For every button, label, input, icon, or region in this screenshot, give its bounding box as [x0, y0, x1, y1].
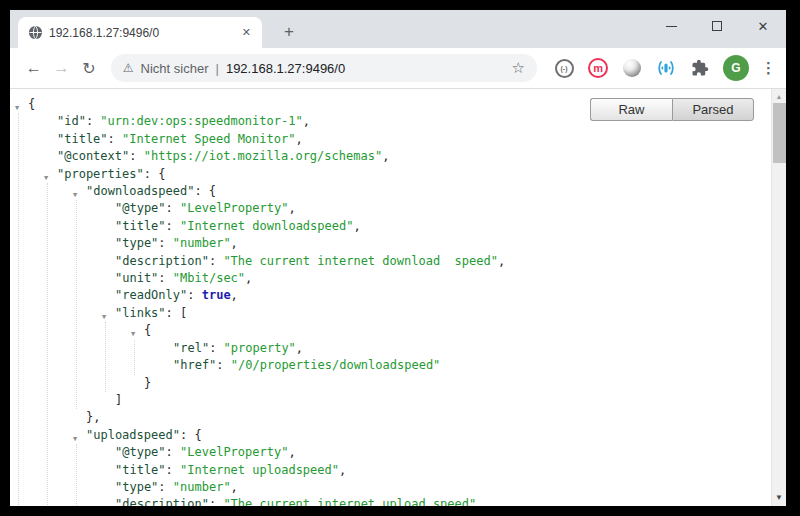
- json-entry: "title": "Internet Speed Monitor",: [57, 131, 771, 148]
- json-string-value: "property": [224, 341, 296, 355]
- json-key: "readOnly": [115, 288, 187, 302]
- json-comma: ,: [339, 463, 346, 477]
- json-entry: ▼"properties": {▼"downloadspeed": {"@typ…: [57, 166, 771, 506]
- json-key: "id": [57, 114, 86, 128]
- json-comma: ,: [288, 445, 295, 459]
- json-colon: :: [187, 288, 201, 302]
- pink-m-extension-icon[interactable]: m: [587, 57, 609, 79]
- parsed-button[interactable]: Parsed: [672, 98, 754, 121]
- json-entry: "rel": "property",: [173, 340, 771, 357]
- forward-button[interactable]: →: [48, 54, 76, 82]
- json-entry: ▼"uploadspeed": {"@type": "LevelProperty…: [86, 427, 771, 506]
- minimize-button[interactable]: [648, 10, 694, 42]
- json-colon: :: [129, 149, 143, 163]
- json-key: "type": [115, 480, 158, 494]
- collapse-toggle-icon[interactable]: ▼: [15, 100, 19, 117]
- collapse-toggle-icon[interactable]: ▼: [73, 431, 77, 448]
- collapse-toggle-icon[interactable]: ▼: [102, 309, 106, 326]
- json-colon: :: [180, 428, 194, 442]
- json-comma: ,: [231, 236, 238, 250]
- json-comma: ,: [353, 219, 360, 233]
- address-bar[interactable]: ⚠ Nicht sicher | 192.168.1.27:9496/0 ☆: [111, 54, 537, 82]
- window-controls: ✕: [648, 10, 786, 42]
- extensions-menu-button[interactable]: [689, 57, 711, 79]
- json-line: "readOnly": true,: [115, 287, 771, 304]
- json-colon: :: [166, 201, 180, 215]
- json-close-bracket: }: [144, 376, 151, 390]
- json-comma: ,: [231, 288, 238, 302]
- page-content: Raw Parsed ▼{"id": "urn:dev:ops:speedmon…: [10, 89, 786, 506]
- json-entry: ▼"links": [▼{"rel": "property","href": "…: [115, 305, 771, 409]
- json-comma: ,: [231, 480, 238, 494]
- json-string-value: "number": [173, 236, 231, 250]
- json-line: "unit": "Mbit/sec",: [115, 270, 771, 287]
- json-entry: "@context": "https://iot.mozilla.org/sch…: [57, 148, 771, 165]
- tab-close-icon[interactable]: ✕: [239, 26, 254, 39]
- scroll-down-icon[interactable]: ▼: [772, 490, 786, 504]
- json-entry: ▼{"id": "urn:dev:ops:speedmonitor-1","ti…: [28, 96, 771, 506]
- json-entry: ▼"downloadspeed": {"@type": "LevelProper…: [86, 183, 771, 427]
- json-line: },: [86, 409, 771, 426]
- browser-toolbar: ← → ↻ ⚠ Nicht sicher | 192.168.1.27:9496…: [10, 48, 786, 89]
- json-string-value: "LevelProperty": [180, 445, 288, 459]
- json-line: ▼{: [144, 322, 771, 339]
- json-string-value: "https://iot.mozilla.org/schemas": [144, 149, 382, 163]
- m-letter-icon: m: [588, 58, 608, 78]
- json-colon: :: [86, 114, 100, 128]
- json-key: "href": [173, 358, 216, 372]
- json-key: "@type": [115, 445, 166, 459]
- address-separator: |: [216, 61, 219, 76]
- security-warning-icon[interactable]: ⚠: [123, 61, 134, 75]
- json-children: ▼{"rel": "property","href": "/0/properti…: [105, 322, 771, 392]
- new-tab-button[interactable]: +: [276, 19, 302, 45]
- blue-audio-extension-icon[interactable]: [655, 57, 677, 79]
- json-entry: "title": "Internet downloadspeed",: [115, 218, 771, 235]
- json-string-value: "Internet downloadspeed": [180, 219, 353, 233]
- json-entry: "type": "number",: [115, 235, 771, 252]
- json-key: "unit": [115, 271, 158, 285]
- browser-window: 192.168.1.27:9496/0 ✕ + ✕ ← → ↻ ⚠ Nicht …: [10, 10, 786, 506]
- minimize-icon: [666, 26, 677, 27]
- browser-menu-button[interactable]: ⋮: [761, 59, 776, 77]
- json-colon: :: [144, 167, 158, 181]
- json-comma: ,: [295, 132, 302, 146]
- json-colon: :: [209, 254, 223, 268]
- json-entry: "readOnly": true,: [115, 287, 771, 304]
- blue-brackets-icon: [656, 58, 676, 78]
- json-open-bracket: {: [158, 167, 165, 181]
- json-entry: "description": "The current internet dow…: [115, 253, 771, 270]
- json-key: "downloadspeed": [86, 184, 194, 198]
- json-string-value: "Internet uploadspeed": [180, 463, 339, 477]
- json-line: }: [144, 375, 771, 392]
- json-entry: "href": "/0/properties/downloadspeed": [173, 357, 771, 374]
- collapse-toggle-icon[interactable]: ▼: [73, 187, 77, 204]
- json-key: "@context": [57, 149, 129, 163]
- json-open-bracket: {: [28, 97, 35, 111]
- json-colon: :: [166, 219, 180, 233]
- collapse-toggle-icon[interactable]: ▼: [44, 170, 48, 187]
- json-string-value: "number": [173, 480, 231, 494]
- close-window-button[interactable]: ✕: [740, 10, 786, 42]
- url-text[interactable]: 192.168.1.27:9496/0: [226, 61, 506, 76]
- json-entry: ▼{"rel": "property","href": "/0/properti…: [144, 322, 771, 392]
- browser-tab[interactable]: 192.168.1.27:9496/0 ✕: [18, 17, 262, 48]
- json-line: "href": "/0/properties/downloadspeed": [173, 357, 771, 374]
- reload-button[interactable]: ↻: [75, 54, 103, 82]
- profile-avatar[interactable]: G: [723, 55, 749, 81]
- vertical-scrollbar[interactable]: ▲ ▼: [771, 89, 786, 506]
- json-line: "description": "The current internet upl…: [115, 496, 771, 506]
- json-colon: :: [209, 497, 223, 506]
- maximize-button[interactable]: [694, 10, 740, 42]
- back-button[interactable]: ←: [20, 54, 48, 82]
- titlebar: 192.168.1.27:9496/0 ✕ + ✕: [10, 10, 786, 48]
- json-viewer-extension-icon[interactable]: (-): [553, 57, 575, 79]
- sphere-extension-icon[interactable]: [621, 57, 643, 79]
- scrollbar-thumb[interactable]: [773, 103, 786, 163]
- json-line: "description": "The current internet dow…: [115, 253, 771, 270]
- json-comma: ,: [296, 341, 303, 355]
- collapse-toggle-icon[interactable]: ▼: [131, 326, 135, 343]
- raw-button[interactable]: Raw: [590, 98, 672, 121]
- bookmark-star-icon[interactable]: ☆: [512, 59, 525, 77]
- scroll-up-icon[interactable]: ▲: [772, 89, 786, 103]
- json-string-value: "The current internet upload speed": [223, 497, 476, 506]
